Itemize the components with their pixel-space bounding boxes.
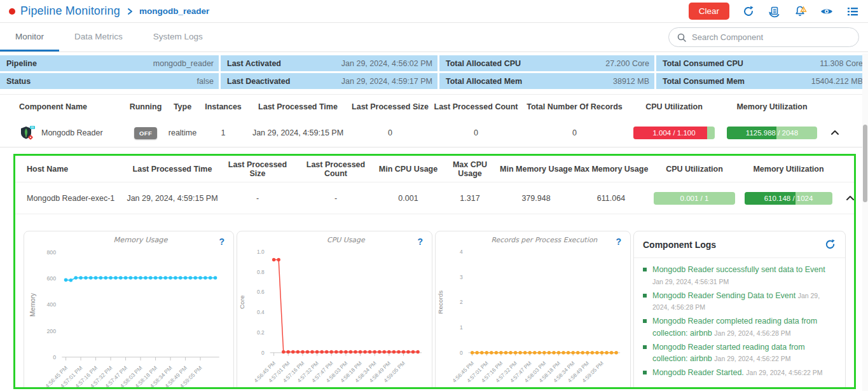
host-row[interactable]: Mongodb Reader-exec-1 Jan 29, 2024, 4:59… xyxy=(15,182,854,214)
summary-label: Total Consumed CPU xyxy=(663,59,743,68)
summary-cell-total-consumed-mem: Total Consumed Mem15404.212 MB xyxy=(656,73,868,89)
host-last-processed-count: - xyxy=(295,194,376,203)
running-toggle[interactable]: OFF xyxy=(134,127,157,139)
summary-value: 38912 MB xyxy=(613,77,649,86)
top-bar: Pipeline Monitoring mongodb_reader Clear xyxy=(0,0,868,23)
svg-text:Memory: Memory xyxy=(29,292,36,317)
log-timestamp: Jan 29, 2024, 4:56:28 PM xyxy=(714,329,790,337)
col-last-processed-count: Last Processed Count xyxy=(430,102,522,111)
component-instances: 1 xyxy=(201,128,245,137)
scrollbar-thumb[interactable] xyxy=(863,125,867,202)
svg-text:0.6: 0.6 xyxy=(257,289,265,295)
refresh-icon[interactable] xyxy=(742,5,755,18)
log-bullet-icon xyxy=(643,268,647,271)
status-dot-icon xyxy=(9,8,15,15)
summary-label: Status xyxy=(6,77,31,86)
svg-text:0.4: 0.4 xyxy=(257,309,265,315)
list-menu-icon[interactable] xyxy=(846,5,859,18)
component-table-header: Component Name Running Type Instances La… xyxy=(0,95,868,119)
tab-bar: Monitor Data Metrics System Logs xyxy=(0,23,868,52)
col-host-memory-utilization: Memory Utilization xyxy=(739,165,838,174)
breadcrumb-pipeline-name[interactable]: mongodb_reader xyxy=(139,6,209,16)
selected-component-section: Host Name Last Processed Time Last Proce… xyxy=(13,154,856,389)
col-memory-utilization: Memory Utilization xyxy=(721,102,823,111)
host-cpu-utilization-badge: 0.001 / 1 xyxy=(654,192,735,205)
breadcrumb-chevron-icon xyxy=(125,7,134,16)
summary-value: 27.200 Core xyxy=(605,59,649,68)
col-type: Type xyxy=(164,102,201,111)
component-cpu-utilization-badge: 1.004 / 1.100 xyxy=(633,127,715,139)
host-min-memory: 379.948 xyxy=(500,194,572,203)
svg-text:Core: Core xyxy=(238,295,245,309)
log-bullet-icon xyxy=(643,371,647,374)
logs-refresh-icon[interactable] xyxy=(824,238,836,250)
log-entries: Mongodb Reader successfully sent data to… xyxy=(634,258,845,379)
component-last-processed-count: 0 xyxy=(430,128,522,137)
summary-label: Pipeline xyxy=(6,59,37,68)
component-type: realtime xyxy=(164,128,201,137)
summary-label: Total Allocated CPU xyxy=(446,59,521,68)
summary-value: Jan 29, 2024, 4:59:17 PM xyxy=(341,77,432,86)
host-table-header: Host Name Last Processed Time Last Proce… xyxy=(15,156,854,182)
col-host-last-processed-time: Last Processed Time xyxy=(125,165,220,174)
memory-usage-help-icon[interactable]: ? xyxy=(219,237,224,247)
col-min-cpu-usage: Min CPU Usage xyxy=(376,165,440,174)
search-icon xyxy=(677,32,687,43)
log-message: Mongodb Reader successfully sent data to… xyxy=(652,265,825,274)
badge-text: 0.001 / 1 xyxy=(654,192,735,205)
log-bullet-icon xyxy=(643,319,647,323)
search-box[interactable] xyxy=(668,27,859,47)
tab-monitor[interactable]: Monitor xyxy=(0,23,59,51)
log-timestamp: Jan 29, 2024, 4:56:31 PM xyxy=(652,278,729,285)
summary-cell-pipeline: Pipelinemongodb_reader xyxy=(0,55,219,71)
summary-cell-total-consumed-cpu: Total Consumed CPU11.308 Core xyxy=(656,55,868,71)
summary-label: Total Consumed Mem xyxy=(663,77,745,86)
cpu-usage-help-icon[interactable]: ? xyxy=(417,237,423,247)
summary-cell-total-allocated-mem: Total Allocated Mem38912 MB xyxy=(439,73,654,89)
component-table: Component Name Running Type Instances La… xyxy=(0,94,868,147)
svg-text:0: 0 xyxy=(53,354,56,360)
search-input[interactable] xyxy=(692,32,851,42)
mongodb-component-icon xyxy=(19,125,36,141)
cpu-usage-chart: CPU UsageCore00.20.40.60.81.04:56:45 PM4… xyxy=(237,234,432,389)
host-last-processed-size: - xyxy=(220,194,295,203)
svg-text:0: 0 xyxy=(460,350,463,356)
host-max-memory: 611.064 xyxy=(572,194,650,203)
cpu-usage-chart-card: ? CPU UsageCore00.20.40.60.81.04:56:45 P… xyxy=(237,231,432,389)
component-collapse-chevron-icon[interactable] xyxy=(828,126,842,140)
component-last-processed-time: Jan 29, 2024, 4:59:15 PM xyxy=(245,128,350,137)
records-help-icon[interactable]: ? xyxy=(616,237,621,247)
log-entry: Mongodb Reader successfully sent data to… xyxy=(643,264,837,288)
svg-text:Memory Usage: Memory Usage xyxy=(114,235,169,244)
tab-data-metrics[interactable]: Data Metrics xyxy=(59,23,138,51)
scrollbar-track[interactable] xyxy=(862,53,868,391)
col-host-cpu-utilization: CPU Utilization xyxy=(650,165,739,174)
col-host-last-processed-size: Last Processed Size xyxy=(220,160,295,178)
svg-text:2: 2 xyxy=(460,299,463,305)
summary-value: 11.308 Core xyxy=(820,59,863,68)
col-total-records: Total Number Of Records xyxy=(522,102,627,111)
host-max-cpu: 1.317 xyxy=(440,194,500,203)
host-collapse-chevron-icon[interactable] xyxy=(843,191,856,205)
component-name: Mongodb Reader xyxy=(41,128,103,137)
top-bar-actions: Clear xyxy=(689,3,859,20)
charts-row: ? Memory UsageMemory02004006008004:56:45… xyxy=(15,214,854,389)
clear-button[interactable]: Clear xyxy=(689,3,729,20)
component-row[interactable]: Mongodb Reader OFF realtime 1 Jan 29, 20… xyxy=(0,119,868,147)
log-timestamp: Jan 29, 2024, 4:56:22 PM xyxy=(714,355,790,362)
eye-icon[interactable] xyxy=(820,4,834,18)
tab-system-logs[interactable]: System Logs xyxy=(138,23,218,51)
tab-monitor-label: Monitor xyxy=(15,32,44,41)
history-icon[interactable] xyxy=(768,4,781,18)
col-host-name: Host Name xyxy=(15,165,125,174)
svg-text:3: 3 xyxy=(460,274,463,280)
log-entry: Mongodb Reader completed reading data fr… xyxy=(643,315,837,340)
badge-text: 1.004 / 1.100 xyxy=(633,127,715,139)
svg-text:0.2: 0.2 xyxy=(257,329,265,336)
notifications-bell-icon[interactable] xyxy=(794,4,807,18)
log-entry: Mongodb Reader Started. Jan 29, 2024, 4:… xyxy=(643,367,837,379)
summary-cell-status: Statusfalse xyxy=(0,73,219,89)
tab-data-metrics-label: Data Metrics xyxy=(74,32,123,41)
svg-text:0: 0 xyxy=(261,350,265,356)
svg-text:CPU Usage: CPU Usage xyxy=(327,236,366,244)
